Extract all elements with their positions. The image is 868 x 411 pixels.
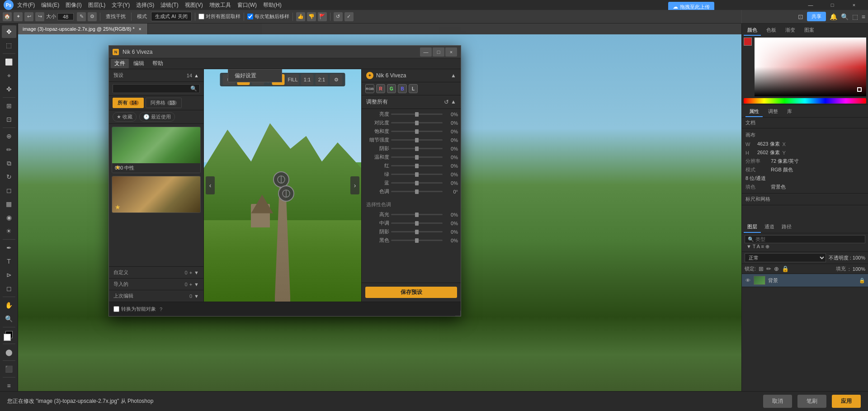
nik-2to1-btn[interactable]: 2:1	[316, 74, 328, 85]
layer-item-background[interactable]: 👁 背景 🔒	[742, 274, 868, 287]
nik-adj-collapse-icon[interactable]: ▲	[451, 99, 456, 105]
layers-search-input[interactable]	[745, 235, 865, 243]
more-options-icon[interactable]: ≡	[862, 13, 865, 20]
nik-favorites-btn[interactable]: ★ 收藏	[113, 112, 137, 122]
nik-brightness-slider[interactable]	[391, 113, 443, 115]
menu-type[interactable]: 文字(Y)	[109, 0, 132, 10]
presets-expand-icon[interactable]: ▲	[194, 73, 199, 78]
nik-save-preset-btn[interactable]: 保存预设	[365, 287, 457, 298]
shape-tool[interactable]: ◻	[2, 282, 16, 295]
each-stroke-checkbox[interactable]	[247, 14, 253, 19]
swatches-tab[interactable]: 色板	[763, 25, 780, 36]
settings-icon[interactable]: ⚙	[88, 12, 97, 21]
custom-expand-icon[interactable]: ▼	[194, 270, 199, 275]
brush-settings-icon[interactable]: ✎	[77, 12, 86, 21]
lock-all-icon[interactable]: 🔒	[782, 265, 789, 272]
nik-preferences-item[interactable]: 偏好设置	[228, 70, 282, 82]
channels-tab[interactable]: 通道	[761, 222, 778, 233]
artboard-tool[interactable]: ⬚	[2, 39, 16, 52]
tab-close-icon[interactable]: ×	[137, 26, 143, 32]
tab-adjustments[interactable]: 调整	[764, 107, 782, 117]
nik-adj-collapse-icon[interactable]: ▲	[451, 72, 456, 79]
nik-smart-obj-label[interactable]: 转换为智能对象	[113, 306, 156, 312]
import-expand-icon[interactable]: ▼	[194, 282, 199, 287]
nik-last-edit-section[interactable]: 上次编辑 0 ▼	[109, 290, 203, 302]
nik-recent-btn[interactable]: 🕐 最近使用	[139, 112, 175, 122]
nik-smart-obj-checkbox[interactable]	[113, 306, 119, 312]
nik-preset-second[interactable]: ★	[112, 176, 201, 213]
nik-close-button[interactable]: ×	[445, 47, 457, 57]
close-button[interactable]: ×	[844, 0, 864, 10]
nik-apply-button[interactable]: 应用	[832, 395, 861, 408]
screen-mode[interactable]: ⬛	[2, 363, 16, 375]
menu-view[interactable]: 视图(V)	[182, 0, 206, 10]
healing-tool-icon[interactable]: ✦	[14, 12, 23, 21]
thumbs-up-icon[interactable]: 👍	[296, 12, 305, 21]
tab-properties[interactable]: 属性	[745, 107, 763, 117]
zoom-tool[interactable]: 🔍	[2, 312, 16, 325]
workspace-icon[interactable]: ⬚	[852, 13, 858, 20]
foreground-color[interactable]	[2, 329, 16, 342]
last-edit-expand-icon[interactable]: ▼	[194, 293, 199, 299]
paths-tab[interactable]: 路径	[778, 222, 795, 233]
import-add-icon[interactable]: +	[189, 282, 192, 287]
nik-preset-star-2[interactable]: ★	[115, 203, 121, 211]
nik-warmth-slider[interactable]	[391, 156, 443, 158]
nik-cancel-button[interactable]: 取消	[763, 395, 792, 408]
share-button[interactable]: 共享	[807, 12, 826, 21]
home-icon[interactable]: 🏠	[3, 12, 12, 21]
custom-add-icon[interactable]: +	[189, 270, 192, 275]
clone-tool[interactable]: ⧉	[2, 157, 16, 170]
foreground-swatch[interactable]	[744, 38, 752, 46]
marquee-tool[interactable]: ⬜	[2, 56, 16, 68]
all-layers-checkbox[interactable]	[198, 14, 204, 19]
nik-import-section[interactable]: 导入的 0 + ▼	[109, 278, 203, 290]
menu-layer[interactable]: 图层(L)	[85, 0, 108, 10]
quick-select-tool[interactable]: ✤	[2, 83, 16, 95]
slice-tool[interactable]: ⊡	[2, 113, 16, 126]
crop-tool[interactable]: ⊞	[2, 99, 16, 112]
nik-shadows2-slider[interactable]	[391, 231, 443, 232]
hue-slider[interactable]	[744, 98, 866, 104]
all-layers-label[interactable]: 对所有图层取样	[198, 13, 241, 20]
thumbs-down-icon[interactable]: 👎	[307, 12, 316, 21]
menu-filter[interactable]: 滤镜(T)	[158, 0, 181, 10]
undo-icon[interactable]: ↺	[334, 12, 343, 21]
nik-detail-slider[interactable]	[391, 139, 443, 141]
nik-preset-neutral[interactable]: ★ 000 中性	[112, 127, 201, 173]
nik-smart-obj-help-icon[interactable]: ?	[160, 307, 162, 312]
color-tab[interactable]: 颜色	[744, 25, 761, 36]
nik-prev-btn[interactable]: ‹	[206, 176, 215, 194]
nik-hue-slider[interactable]	[391, 191, 443, 192]
rulers-section[interactable]: 标尺和网格	[742, 194, 868, 205]
lock-draw-icon[interactable]: ✏	[766, 265, 771, 272]
maximize-button[interactable]: □	[822, 0, 843, 10]
mask-icon[interactable]: ⊡	[798, 13, 803, 20]
nik-highlights-slider[interactable]	[391, 214, 443, 215]
blur-tool[interactable]: ◉	[2, 211, 16, 224]
path-select-tool[interactable]: ⊳	[2, 269, 16, 281]
more-tools[interactable]: ≡	[2, 379, 16, 392]
nik-resize-corner[interactable]	[455, 311, 461, 316]
nik-tab-aforge[interactable]: 阿弗格 13	[146, 98, 182, 108]
menu-window[interactable]: 窗口(W)	[235, 0, 259, 10]
lock-pixel-icon[interactable]: ⊕	[774, 265, 779, 272]
layers-tab[interactable]: 图层	[744, 222, 761, 233]
nik-green-slider[interactable]	[391, 174, 443, 175]
tab-library[interactable]: 库	[783, 107, 796, 117]
nik-adj-reset-icon[interactable]: ↺	[444, 99, 449, 105]
move-tool[interactable]: ✥	[2, 25, 16, 38]
flag-icon[interactable]: 🚩	[318, 12, 327, 21]
size-input[interactable]	[57, 13, 74, 20]
menu-plugins[interactable]: 增效工具	[207, 0, 234, 10]
nik-preset-star-1[interactable]: ★	[115, 164, 121, 171]
gradient-tab[interactable]: 渐变	[782, 25, 799, 36]
color-spectrum[interactable]	[755, 38, 866, 96]
minimize-button[interactable]: —	[800, 0, 821, 10]
hand-tool[interactable]: ✋	[2, 299, 16, 312]
lasso-tool[interactable]: ⌖	[2, 69, 16, 82]
menu-file[interactable]: 文件(F)	[14, 0, 38, 10]
healing-tool[interactable]: ⊕	[2, 130, 16, 142]
lock-pos-icon[interactable]: ⊞	[759, 265, 764, 272]
quick-mask-tool[interactable]: ⬤	[2, 346, 16, 359]
